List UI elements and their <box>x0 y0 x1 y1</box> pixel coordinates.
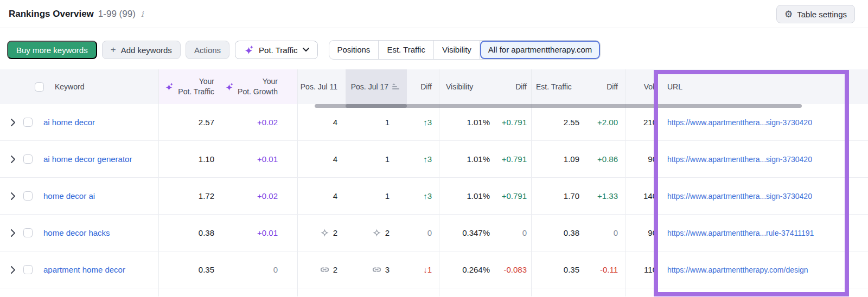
expand-row-icon[interactable] <box>11 266 16 274</box>
cell-vis-diff: +0.791 <box>499 141 532 177</box>
cell-est-diff: -0.11 <box>591 251 626 288</box>
sparkles-icon <box>244 45 254 55</box>
rankings-table: Keyword Your Pot. Traffic Your Pot. Grow… <box>0 69 868 296</box>
expand-row-icon[interactable] <box>11 229 16 237</box>
plus-icon: + <box>111 44 116 55</box>
cell-pot-growth: 0 <box>224 251 298 288</box>
keyword-link[interactable]: ai home decor <box>43 118 95 127</box>
cell-pos-jul11: 4 <box>298 178 346 214</box>
row-checkbox[interactable] <box>23 191 33 201</box>
cell-est-diff: +2.00 <box>591 104 626 140</box>
keyword-link[interactable]: ai home decor generator <box>43 154 132 164</box>
table-row: ai home decor 2.57 +0.02 4 1 ↑3 1.01% +0… <box>0 104 868 141</box>
tab-est-traffic[interactable]: Est. Traffic <box>379 41 434 59</box>
buy-more-keywords-button[interactable]: Buy more keywords <box>7 41 97 59</box>
keyword-link[interactable]: home decor hacks <box>43 228 110 237</box>
url-link[interactable]: https://www.apartmentthera...sign-373042… <box>667 192 812 201</box>
header-keyword-label: Keyword <box>55 82 84 91</box>
header-pot-traffic[interactable]: Your Pot. Traffic <box>159 69 224 104</box>
cell-est-traffic: 1.09 <box>532 141 591 177</box>
add-keywords-label: Add keywords <box>121 46 172 55</box>
header-pot-traffic-line2: Pot. Traffic <box>178 87 214 96</box>
keyword-link[interactable]: apartment home decor <box>43 265 125 274</box>
tab-positions[interactable]: Positions <box>329 41 379 59</box>
header-est-traffic[interactable]: Est. Traffic <box>532 69 591 104</box>
header-pot-growth-line2: Pot. Growth <box>238 87 278 96</box>
header-vol[interactable]: Vol. <box>626 69 660 104</box>
table-row: home decor hacks 0.38 +0.01 2 2 0 0.347%… <box>0 215 868 251</box>
table-row-partial <box>0 288 868 296</box>
cell-pot-growth: +0.01 <box>224 215 298 251</box>
cell-pos-jul11: 4 <box>298 104 346 140</box>
table-row: apartment home decor 0.35 0 2 3 ↓1 0.264… <box>0 251 868 288</box>
cell-visibility: 1.01% <box>439 141 499 177</box>
header-url[interactable]: URL <box>660 69 868 104</box>
pos-value: 2 <box>333 265 337 274</box>
cell-vol: 90 <box>626 215 660 251</box>
cell-pot-traffic: 0.35 <box>159 251 224 288</box>
link-icon <box>372 265 381 274</box>
link-icon <box>320 265 329 274</box>
header-vis-diff[interactable]: Diff <box>499 69 532 104</box>
table-settings-label: Table settings <box>797 10 847 19</box>
row-checkbox[interactable] <box>23 265 33 274</box>
cell-visibility: 1.01% <box>439 178 499 214</box>
cell-pos-jul11: 4 <box>298 141 346 177</box>
header-pot-growth[interactable]: Your Pot. Growth <box>224 69 298 104</box>
add-keywords-button[interactable]: + Add keywords <box>102 41 181 59</box>
chevron-down-icon <box>303 48 309 52</box>
cell-vol: 140 <box>626 178 660 214</box>
sparkles-icon <box>164 82 174 92</box>
cell-vis-diff: +0.791 <box>499 178 532 214</box>
header-visibility[interactable]: Visibility <box>439 69 499 104</box>
cell-pos-diff: ↑3 <box>407 178 439 214</box>
gear-icon: ⚙ <box>784 10 793 19</box>
view-tabs: Positions Est. Traffic Visibility All fo… <box>329 40 601 60</box>
info-icon[interactable]: i <box>141 9 144 19</box>
cell-pos-jul17: 3 <box>346 251 407 288</box>
row-checkbox[interactable] <box>23 228 33 237</box>
cell-vis-diff: +0.791 <box>499 104 532 140</box>
header-pot-growth-line1: Your <box>263 77 278 86</box>
select-all-checkbox[interactable] <box>35 82 44 92</box>
url-link[interactable]: https://www.apartmentthera...sign-373042… <box>667 118 812 127</box>
scrollbar-thumb[interactable] <box>346 104 407 108</box>
header-keyword: Keyword <box>0 69 159 104</box>
cell-pot-traffic: 2.57 <box>159 104 224 140</box>
pos-value: 2 <box>385 228 390 237</box>
header-est-diff[interactable]: Diff <box>591 69 626 104</box>
metric-dropdown[interactable]: Pot. Traffic <box>235 41 317 59</box>
cell-est-diff: 0 <box>591 215 626 251</box>
toolbar: Buy more keywords + Add keywords Actions… <box>7 41 868 59</box>
expand-row-icon[interactable] <box>11 192 16 200</box>
url-link[interactable]: https://www.apartmentthera...rule-374111… <box>667 229 814 237</box>
url-link[interactable]: https://www.apartmentthera...sign-373042… <box>667 155 812 164</box>
cell-pot-growth: +0.02 <box>224 104 298 140</box>
tab-all-for-domain[interactable]: All for apartmenttherapy.com <box>480 41 600 59</box>
cell-pot-traffic: 0.38 <box>159 215 224 251</box>
horizontal-scrollbar[interactable] <box>315 104 802 108</box>
cell-pos-jul17: 1 <box>346 141 407 177</box>
cell-vol: 110 <box>626 251 660 288</box>
cell-est-traffic: 1.70 <box>532 178 591 214</box>
expand-row-icon[interactable] <box>11 119 16 126</box>
expand-row-icon[interactable] <box>11 156 16 163</box>
pos-value: 2 <box>333 228 337 237</box>
url-link[interactable]: https://www.apartmenttherapy.com/design <box>667 266 808 274</box>
cell-pot-growth: +0.01 <box>224 141 298 177</box>
cell-visibility: 0.347% <box>439 215 499 251</box>
header-pos-jul17[interactable]: Pos. Jul 17 <box>346 69 407 104</box>
table-header-row: Keyword Your Pot. Traffic Your Pot. Grow… <box>0 69 868 104</box>
cell-est-traffic: 0.38 <box>532 215 591 251</box>
serp-feature-icon <box>372 228 381 237</box>
row-checkbox[interactable] <box>23 118 33 127</box>
cell-est-diff: +1.33 <box>591 178 626 214</box>
row-checkbox[interactable] <box>23 154 33 164</box>
header-pos-jul11[interactable]: Pos. Jul 11 <box>298 69 346 104</box>
keyword-link[interactable]: home decor ai <box>43 191 95 201</box>
table-settings-button[interactable]: ⚙ Table settings <box>776 5 855 23</box>
header-pos-diff[interactable]: Diff <box>407 69 439 104</box>
serp-feature-icon <box>320 228 329 237</box>
tab-visibility[interactable]: Visibility <box>434 41 480 59</box>
actions-button[interactable]: Actions <box>186 41 229 59</box>
